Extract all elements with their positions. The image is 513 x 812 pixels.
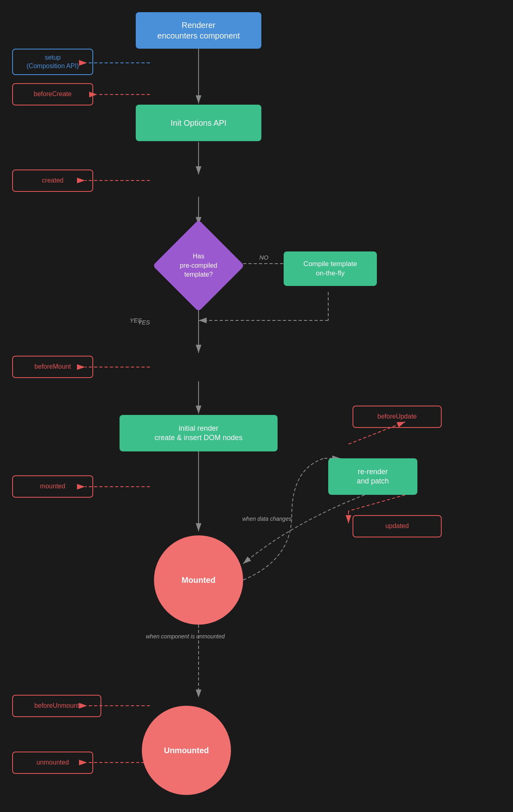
before-create-box: beforeCreate <box>12 83 93 105</box>
mounted-circle: Mounted <box>154 535 243 625</box>
yes-label: YES <box>130 316 142 324</box>
when-unmounted-label: when component is unmounted <box>146 633 225 640</box>
initial-render-box: initial render create & insert DOM nodes <box>120 415 278 451</box>
renderer-box: Renderer encounters component <box>136 12 261 49</box>
unmounted-circle: Unmounted <box>142 706 231 795</box>
no-label: NO <box>259 253 269 262</box>
unmounted-hook-box: unmounted <box>12 752 93 774</box>
lifecycle-diagram: YES NO YES when data changes wh <box>0 0 513 812</box>
setup-box: setup (Composition API) <box>12 49 93 75</box>
init-options-box: Init Options API <box>136 105 261 141</box>
before-unmount-box: beforeUnmount <box>12 695 101 717</box>
created-box: created <box>12 170 93 192</box>
updated-box: updated <box>353 515 442 537</box>
before-update-box: beforeUpdate <box>353 406 442 428</box>
compile-template-box: Compile template on-the-fly <box>284 251 377 286</box>
re-render-box: re-render and patch <box>328 458 417 495</box>
before-mount-box: beforeMount <box>12 356 93 378</box>
when-data-changes-label: when data changes <box>242 515 291 522</box>
mounted-hook-box: mounted <box>12 475 93 498</box>
svg-line-21 <box>348 495 405 511</box>
has-template-diamond: Has pre-compiled template? <box>154 221 243 310</box>
